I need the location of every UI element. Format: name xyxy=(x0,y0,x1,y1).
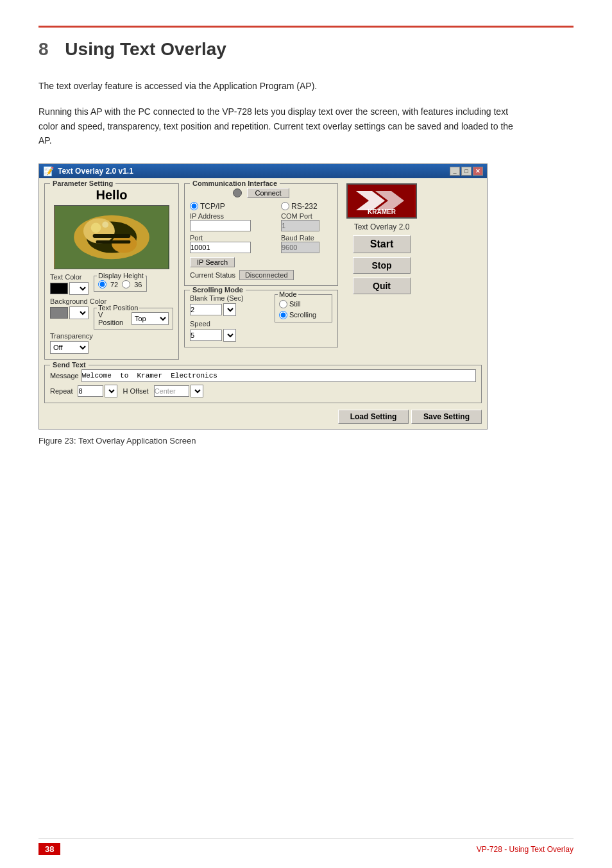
text-color-dropdown[interactable] xyxy=(69,282,89,295)
radio-scrolling[interactable] xyxy=(279,311,287,319)
chapter-heading: 8 Using Text Overlay xyxy=(38,39,574,60)
radio-72[interactable] xyxy=(98,280,106,288)
text-color-label: Text Color xyxy=(50,273,89,281)
blank-time-label: Blank Time (Sec) xyxy=(190,294,269,302)
text-position-group: Text Position V Position Top Middle Bott… xyxy=(94,308,173,330)
port-baud-row: Port Baud Rate xyxy=(190,234,332,253)
scrolling-inner: Blank Time (Sec) Speed Mode xyxy=(190,294,332,342)
baud-rate-input[interactable] xyxy=(281,242,319,253)
start-button[interactable]: Start xyxy=(353,235,411,253)
connect-indicator xyxy=(233,188,242,197)
transparency-row: Transparency xyxy=(50,332,173,340)
send-text-group: Send Text Message Repeat H Offset xyxy=(44,365,482,403)
maximize-btn[interactable]: □ xyxy=(461,167,472,176)
svg-point-5 xyxy=(91,222,101,233)
mode-group: Mode Still Scrolling xyxy=(275,294,332,322)
svg-text:KRAMER: KRAMER xyxy=(368,208,396,215)
scrolling-mode-label: Scrolling Mode xyxy=(190,286,246,294)
load-setting-button[interactable]: Load Setting xyxy=(338,410,409,424)
ip-search-row: IP Search xyxy=(190,257,332,267)
close-btn[interactable]: ✕ xyxy=(473,167,483,176)
v-position-row: V Position Top Middle Bottom xyxy=(98,311,169,326)
repeat-hoffset-row: Repeat H Offset xyxy=(50,385,476,397)
ip-address-label: IP Address xyxy=(190,212,275,220)
baud-rate-label: Baud Rate xyxy=(281,234,332,242)
figure-caption: Figure 23: Text Overlay Application Scre… xyxy=(38,436,574,446)
connect-row: Connect xyxy=(190,188,332,198)
scroll-left: Blank Time (Sec) Speed xyxy=(190,294,269,342)
communication-interface-group: Communication Interface Connect TCP/IP I… xyxy=(184,183,338,286)
port-input[interactable] xyxy=(190,242,251,253)
port-label: Port xyxy=(190,234,275,242)
com-port-label: COM Port xyxy=(281,212,332,220)
transparency-select[interactable]: Off Low Medium High xyxy=(50,341,89,354)
current-status-label: Current Status xyxy=(190,271,235,279)
text-color-section: Text Color xyxy=(50,273,89,295)
body-paragraph-2: Running this AP with the PC connected to… xyxy=(38,104,520,147)
kramer-logo: KRAMER xyxy=(346,183,417,219)
hoffset-label: H Offset xyxy=(123,387,148,395)
blank-time-select[interactable] xyxy=(223,303,236,316)
hello-text: Hello xyxy=(50,188,173,203)
still-label: Still xyxy=(289,300,301,308)
parameter-setting-label: Parameter Setting xyxy=(50,179,115,187)
baud-rate-section: Baud Rate xyxy=(281,234,332,253)
right-column: KRAMER Text Overlay 2.0 Start Stop Quit xyxy=(343,183,420,360)
repeat-label: Repeat xyxy=(50,387,72,395)
app-body: Parameter Setting Hello xyxy=(39,178,487,365)
page-footer: 38 VP-728 - Using Text Overlay xyxy=(38,839,574,855)
footer-right-text: VP-728 - Using Text Overlay xyxy=(477,845,574,854)
speed-label: Speed xyxy=(190,320,269,328)
repeat-input[interactable] xyxy=(78,385,103,397)
scrolling-mode-group: Scrolling Mode Blank Time (Sec) Speed xyxy=(184,290,338,347)
bg-color-box[interactable] xyxy=(50,307,68,319)
bg-color-dropdown[interactable] xyxy=(69,306,89,319)
svg-rect-8 xyxy=(96,240,131,243)
title-bar-buttons: _ □ ✕ xyxy=(450,167,483,176)
protocol-row: TCP/IP IP Address RS-232 COM Port xyxy=(190,202,332,231)
send-text-label: Send Text xyxy=(50,361,89,369)
left-column: Parameter Setting Hello xyxy=(44,183,179,360)
tcp-ip-section: TCP/IP IP Address xyxy=(190,202,275,231)
repeat-select[interactable] xyxy=(105,385,117,397)
quit-button[interactable]: Quit xyxy=(353,278,411,294)
radio-36[interactable] xyxy=(122,280,130,288)
title-bar-left: 📝 Text Overlay 2.0 v1.1 xyxy=(43,166,133,176)
parameter-setting-group: Parameter Setting Hello xyxy=(44,183,179,360)
save-setting-button[interactable]: Save Setting xyxy=(411,410,482,424)
radio-rs232[interactable] xyxy=(281,202,289,210)
com-port-input[interactable] xyxy=(281,220,319,231)
display-height-label: Display Height xyxy=(97,272,145,280)
connect-button[interactable]: Connect xyxy=(247,188,290,198)
app-title: Text Overlay 2.0 v1.1 xyxy=(58,167,133,176)
v-position-select[interactable]: Top Middle Bottom xyxy=(132,312,169,325)
chapter-title-text: Using Text Overlay xyxy=(65,39,226,59)
ip-address-input[interactable] xyxy=(190,220,251,231)
overlay-label: Text Overlay 2.0 xyxy=(354,222,410,231)
app-icon: 📝 xyxy=(43,166,54,176)
text-color-box[interactable] xyxy=(50,283,68,294)
ip-search-button[interactable]: IP Search xyxy=(190,257,235,267)
bg-color-section: Background Color Text Position V Positio… xyxy=(50,297,173,330)
minimize-btn[interactable]: _ xyxy=(450,167,460,176)
rs232-section: RS-232 COM Port xyxy=(281,202,332,231)
blank-time-input[interactable] xyxy=(190,304,222,315)
display-height-group: Display Height 72 36 xyxy=(94,276,147,292)
speed-select[interactable] xyxy=(223,329,236,342)
chapter-number: 8 xyxy=(38,39,49,59)
rs232-label: RS-232 xyxy=(291,202,318,211)
hoffset-select[interactable] xyxy=(191,385,203,397)
page-number: 38 xyxy=(38,843,60,855)
scrolling-label: Scrolling xyxy=(289,311,316,319)
svg-point-6 xyxy=(102,221,108,228)
text-position-label: Text Position xyxy=(97,304,139,312)
speed-input[interactable] xyxy=(190,330,222,341)
scroll-right: Mode Still Scrolling xyxy=(275,294,332,342)
v-position-label: V Position xyxy=(98,311,129,326)
stop-button[interactable]: Stop xyxy=(353,257,411,274)
send-inner: Message Repeat H Offset xyxy=(50,369,476,397)
message-input[interactable] xyxy=(81,369,476,382)
radio-still[interactable] xyxy=(279,300,287,308)
radio-tcp-ip[interactable] xyxy=(190,202,198,210)
hoffset-input[interactable] xyxy=(154,385,189,397)
